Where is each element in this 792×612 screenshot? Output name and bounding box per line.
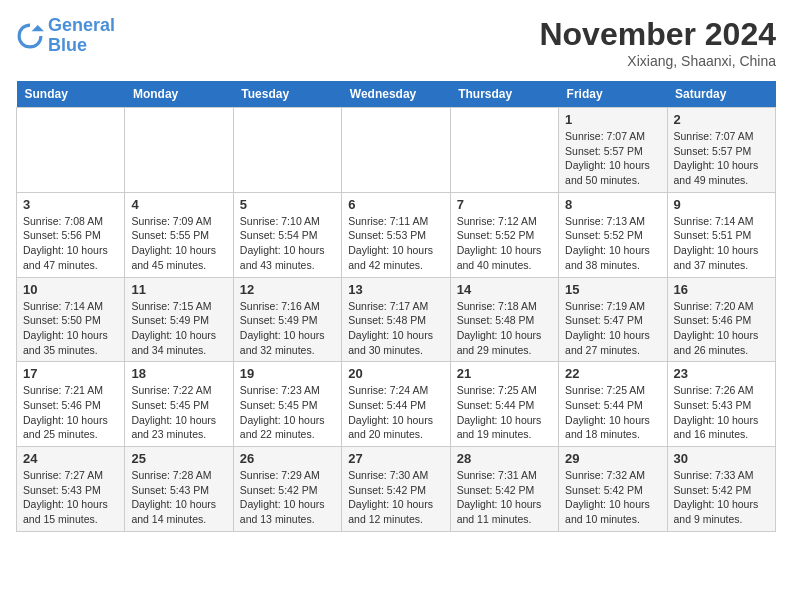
logo: General Blue	[16, 16, 115, 56]
weekday-header-row: SundayMondayTuesdayWednesdayThursdayFrid…	[17, 81, 776, 108]
day-info: Sunrise: 7:29 AM Sunset: 5:42 PM Dayligh…	[240, 468, 335, 527]
weekday-header: Friday	[559, 81, 667, 108]
day-number: 25	[131, 451, 226, 466]
day-number: 30	[674, 451, 769, 466]
day-info: Sunrise: 7:14 AM Sunset: 5:50 PM Dayligh…	[23, 299, 118, 358]
day-number: 15	[565, 282, 660, 297]
logo-text: General Blue	[48, 16, 115, 56]
calendar-cell: 10Sunrise: 7:14 AM Sunset: 5:50 PM Dayli…	[17, 277, 125, 362]
calendar-cell	[450, 108, 558, 193]
day-number: 8	[565, 197, 660, 212]
weekday-header: Tuesday	[233, 81, 341, 108]
day-number: 22	[565, 366, 660, 381]
day-number: 10	[23, 282, 118, 297]
calendar-cell: 8Sunrise: 7:13 AM Sunset: 5:52 PM Daylig…	[559, 192, 667, 277]
calendar-cell: 21Sunrise: 7:25 AM Sunset: 5:44 PM Dayli…	[450, 362, 558, 447]
calendar-cell: 25Sunrise: 7:28 AM Sunset: 5:43 PM Dayli…	[125, 447, 233, 532]
calendar-cell: 6Sunrise: 7:11 AM Sunset: 5:53 PM Daylig…	[342, 192, 450, 277]
day-info: Sunrise: 7:27 AM Sunset: 5:43 PM Dayligh…	[23, 468, 118, 527]
calendar-cell: 29Sunrise: 7:32 AM Sunset: 5:42 PM Dayli…	[559, 447, 667, 532]
day-info: Sunrise: 7:19 AM Sunset: 5:47 PM Dayligh…	[565, 299, 660, 358]
logo-line1: General	[48, 15, 115, 35]
day-info: Sunrise: 7:26 AM Sunset: 5:43 PM Dayligh…	[674, 383, 769, 442]
day-number: 27	[348, 451, 443, 466]
calendar-week-row: 10Sunrise: 7:14 AM Sunset: 5:50 PM Dayli…	[17, 277, 776, 362]
day-info: Sunrise: 7:31 AM Sunset: 5:42 PM Dayligh…	[457, 468, 552, 527]
calendar-cell: 17Sunrise: 7:21 AM Sunset: 5:46 PM Dayli…	[17, 362, 125, 447]
calendar-cell: 16Sunrise: 7:20 AM Sunset: 5:46 PM Dayli…	[667, 277, 775, 362]
day-info: Sunrise: 7:33 AM Sunset: 5:42 PM Dayligh…	[674, 468, 769, 527]
day-number: 28	[457, 451, 552, 466]
day-number: 16	[674, 282, 769, 297]
day-info: Sunrise: 7:10 AM Sunset: 5:54 PM Dayligh…	[240, 214, 335, 273]
day-number: 13	[348, 282, 443, 297]
logo-icon	[16, 22, 44, 50]
month-title: November 2024	[539, 16, 776, 53]
day-info: Sunrise: 7:07 AM Sunset: 5:57 PM Dayligh…	[674, 129, 769, 188]
calendar-cell: 27Sunrise: 7:30 AM Sunset: 5:42 PM Dayli…	[342, 447, 450, 532]
calendar-cell: 26Sunrise: 7:29 AM Sunset: 5:42 PM Dayli…	[233, 447, 341, 532]
calendar-cell: 9Sunrise: 7:14 AM Sunset: 5:51 PM Daylig…	[667, 192, 775, 277]
calendar-cell: 22Sunrise: 7:25 AM Sunset: 5:44 PM Dayli…	[559, 362, 667, 447]
day-info: Sunrise: 7:15 AM Sunset: 5:49 PM Dayligh…	[131, 299, 226, 358]
day-number: 11	[131, 282, 226, 297]
day-info: Sunrise: 7:18 AM Sunset: 5:48 PM Dayligh…	[457, 299, 552, 358]
day-info: Sunrise: 7:09 AM Sunset: 5:55 PM Dayligh…	[131, 214, 226, 273]
calendar-cell: 3Sunrise: 7:08 AM Sunset: 5:56 PM Daylig…	[17, 192, 125, 277]
day-number: 4	[131, 197, 226, 212]
calendar-cell: 12Sunrise: 7:16 AM Sunset: 5:49 PM Dayli…	[233, 277, 341, 362]
day-info: Sunrise: 7:11 AM Sunset: 5:53 PM Dayligh…	[348, 214, 443, 273]
weekday-header: Saturday	[667, 81, 775, 108]
day-number: 23	[674, 366, 769, 381]
day-number: 14	[457, 282, 552, 297]
day-number: 17	[23, 366, 118, 381]
calendar-cell: 11Sunrise: 7:15 AM Sunset: 5:49 PM Dayli…	[125, 277, 233, 362]
day-info: Sunrise: 7:28 AM Sunset: 5:43 PM Dayligh…	[131, 468, 226, 527]
day-number: 19	[240, 366, 335, 381]
calendar-cell: 19Sunrise: 7:23 AM Sunset: 5:45 PM Dayli…	[233, 362, 341, 447]
calendar-cell	[125, 108, 233, 193]
calendar-cell: 4Sunrise: 7:09 AM Sunset: 5:55 PM Daylig…	[125, 192, 233, 277]
day-info: Sunrise: 7:16 AM Sunset: 5:49 PM Dayligh…	[240, 299, 335, 358]
weekday-header: Wednesday	[342, 81, 450, 108]
calendar-cell: 14Sunrise: 7:18 AM Sunset: 5:48 PM Dayli…	[450, 277, 558, 362]
calendar-week-row: 17Sunrise: 7:21 AM Sunset: 5:46 PM Dayli…	[17, 362, 776, 447]
calendar-cell: 20Sunrise: 7:24 AM Sunset: 5:44 PM Dayli…	[342, 362, 450, 447]
day-number: 3	[23, 197, 118, 212]
svg-marker-0	[32, 25, 44, 31]
day-number: 6	[348, 197, 443, 212]
calendar-cell: 1Sunrise: 7:07 AM Sunset: 5:57 PM Daylig…	[559, 108, 667, 193]
day-info: Sunrise: 7:07 AM Sunset: 5:57 PM Dayligh…	[565, 129, 660, 188]
day-number: 5	[240, 197, 335, 212]
calendar-table: SundayMondayTuesdayWednesdayThursdayFrid…	[16, 81, 776, 532]
calendar-cell: 24Sunrise: 7:27 AM Sunset: 5:43 PM Dayli…	[17, 447, 125, 532]
day-number: 21	[457, 366, 552, 381]
calendar-cell: 23Sunrise: 7:26 AM Sunset: 5:43 PM Dayli…	[667, 362, 775, 447]
title-block: November 2024 Xixiang, Shaanxi, China	[539, 16, 776, 69]
day-info: Sunrise: 7:12 AM Sunset: 5:52 PM Dayligh…	[457, 214, 552, 273]
weekday-header: Monday	[125, 81, 233, 108]
weekday-header: Sunday	[17, 81, 125, 108]
day-number: 26	[240, 451, 335, 466]
day-info: Sunrise: 7:14 AM Sunset: 5:51 PM Dayligh…	[674, 214, 769, 273]
day-number: 18	[131, 366, 226, 381]
day-info: Sunrise: 7:25 AM Sunset: 5:44 PM Dayligh…	[565, 383, 660, 442]
calendar-cell	[233, 108, 341, 193]
day-number: 9	[674, 197, 769, 212]
calendar-cell	[17, 108, 125, 193]
day-info: Sunrise: 7:25 AM Sunset: 5:44 PM Dayligh…	[457, 383, 552, 442]
calendar-cell: 13Sunrise: 7:17 AM Sunset: 5:48 PM Dayli…	[342, 277, 450, 362]
calendar-week-row: 1Sunrise: 7:07 AM Sunset: 5:57 PM Daylig…	[17, 108, 776, 193]
day-info: Sunrise: 7:32 AM Sunset: 5:42 PM Dayligh…	[565, 468, 660, 527]
day-info: Sunrise: 7:17 AM Sunset: 5:48 PM Dayligh…	[348, 299, 443, 358]
location: Xixiang, Shaanxi, China	[539, 53, 776, 69]
calendar-cell: 30Sunrise: 7:33 AM Sunset: 5:42 PM Dayli…	[667, 447, 775, 532]
day-number: 20	[348, 366, 443, 381]
calendar-cell: 18Sunrise: 7:22 AM Sunset: 5:45 PM Dayli…	[125, 362, 233, 447]
day-number: 12	[240, 282, 335, 297]
calendar-cell: 7Sunrise: 7:12 AM Sunset: 5:52 PM Daylig…	[450, 192, 558, 277]
calendar-week-row: 24Sunrise: 7:27 AM Sunset: 5:43 PM Dayli…	[17, 447, 776, 532]
calendar-cell	[342, 108, 450, 193]
logo-line2: Blue	[48, 35, 87, 55]
calendar-cell: 15Sunrise: 7:19 AM Sunset: 5:47 PM Dayli…	[559, 277, 667, 362]
